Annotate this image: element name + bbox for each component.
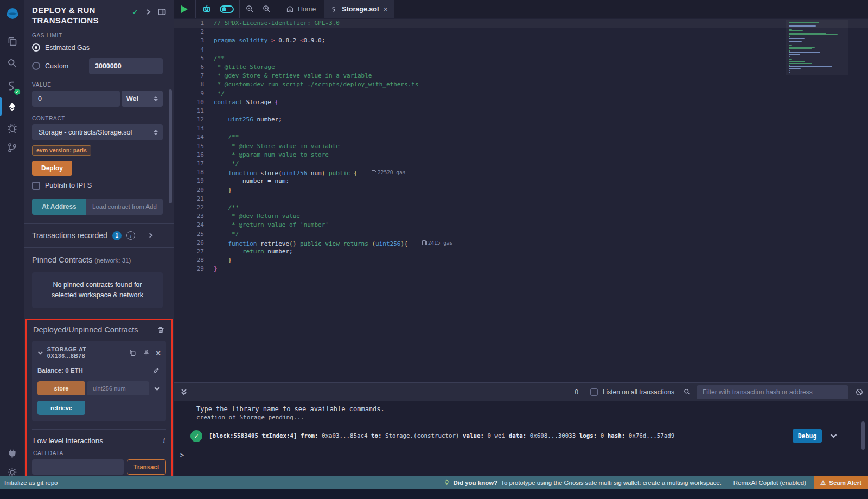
panel-expand-icon[interactable]	[145, 9, 151, 15]
remove-contract-icon[interactable]: ×	[156, 349, 161, 357]
contract-select-value: Storage - contracts/Storage.sol	[39, 129, 132, 136]
store-arg-input[interactable]	[87, 381, 149, 395]
terminal-search-icon[interactable]	[683, 388, 691, 396]
panel-layout-icon[interactable]	[158, 8, 166, 16]
editor-minimap[interactable]	[786, 20, 848, 76]
code-line[interactable]: 5/**	[174, 54, 868, 63]
code-line[interactable]: 7 * @dev Store & retrieve value in a var…	[174, 72, 868, 80]
code-line[interactable]: 2	[174, 28, 868, 36]
estimated-gas-radio[interactable]	[32, 43, 40, 52]
code-line[interactable]: 21	[174, 195, 868, 203]
at-address-button[interactable]: At Address	[32, 199, 86, 215]
code-line[interactable]: 17 */	[174, 159, 868, 168]
code-line[interactable]: 29}	[174, 265, 868, 273]
fuel-pump-icon	[372, 170, 375, 175]
code-line[interactable]: 11	[174, 107, 868, 116]
code-line[interactable]: 24 * @return value of 'number'	[174, 221, 868, 229]
line-number: 13	[174, 124, 204, 133]
tab-home[interactable]: Home	[277, 0, 324, 18]
plugin-manager-icon[interactable]	[0, 444, 24, 463]
terminal-output[interactable]: Type the library name to see available c…	[174, 401, 868, 476]
terminal-header: 0 Listen on all transactions	[174, 382, 868, 401]
transact-button[interactable]: Transact	[127, 459, 166, 475]
settings-gear-icon[interactable]	[0, 462, 24, 482]
code-line[interactable]: 14 /**	[174, 133, 868, 142]
deploy-run-icon[interactable]	[0, 97, 24, 116]
line-number: 19	[174, 177, 204, 185]
copilot-status[interactable]: RemixAI Copilot (enabled)	[733, 479, 806, 486]
code-line[interactable]: 1// SPDX-License-Identifier: GPL-3.0	[174, 19, 868, 28]
code-line[interactable]: 19 number = num;	[174, 177, 868, 185]
terminal-prompt[interactable]: >	[174, 443, 868, 459]
contract-select[interactable]: Storage - contracts/Storage.sol	[32, 124, 163, 140]
copy-address-icon[interactable]	[129, 349, 137, 357]
tx-expand-icon[interactable]	[829, 432, 838, 440]
tab-storage-sol[interactable]: Storage.sol ×	[324, 0, 394, 18]
value-input[interactable]	[32, 91, 120, 107]
code-line[interactable]: 16 * @param num value to store	[174, 151, 868, 159]
transactions-recorded-row[interactable]: Transactions recorded 1 i	[24, 224, 174, 247]
code-editor[interactable]: 1// SPDX-License-Identifier: GPL-3.023pr…	[174, 18, 868, 382]
code-line[interactable]: 4	[174, 46, 868, 54]
code-line[interactable]: 12 uint256 number;	[174, 116, 868, 124]
transaction-log-row[interactable]: ✓ [block:5583405 txIndex:4] from: 0xa03.…	[174, 429, 868, 443]
edit-balance-icon[interactable]	[152, 366, 161, 374]
tab-close-icon[interactable]: ×	[383, 5, 387, 14]
transactions-expand-icon[interactable]	[148, 232, 154, 239]
code-line[interactable]: 20 }	[174, 186, 868, 195]
solidity-compiler-icon[interactable]: ✓	[0, 76, 24, 95]
scam-alert-button[interactable]: ⚠ Scam Alert	[814, 476, 868, 489]
low-level-info-icon[interactable]: i	[163, 436, 165, 445]
code-line[interactable]: 8 * @custom:dev-run-script ./scripts/dep…	[174, 80, 868, 89]
code-line[interactable]: 6 * @title Storage	[174, 63, 868, 72]
panel-scrollbar[interactable]	[169, 89, 172, 203]
value-unit-select[interactable]: Wei	[122, 91, 163, 107]
terminal-scrollbar[interactable]	[861, 421, 865, 450]
transactions-info-icon[interactable]: i	[126, 231, 135, 240]
unit-spinner-icon	[154, 96, 158, 101]
code-line[interactable]: 3pragma solidity >=0.8.2 <0.9.0;	[174, 36, 868, 45]
run-script-play-icon[interactable]	[181, 5, 188, 13]
deploy-button[interactable]: Deploy	[32, 161, 72, 176]
code-line[interactable]: 23 * @dev Return value	[174, 212, 868, 221]
terminal-collapse-icon[interactable]	[180, 388, 188, 396]
code-line[interactable]: 28 }	[174, 256, 868, 265]
code-line[interactable]: 25 */	[174, 230, 868, 239]
code-line[interactable]: 9 */	[174, 89, 868, 98]
code-line[interactable]: 10contract Storage {	[174, 98, 868, 107]
code-line[interactable]: 27 return number;	[174, 247, 868, 256]
minimap-viewport[interactable]	[786, 20, 848, 75]
code-line[interactable]: 22 /**	[174, 203, 868, 212]
zoom-out-icon[interactable]	[245, 4, 254, 14]
store-expand-icon[interactable]	[154, 385, 161, 392]
publish-ipfs-checkbox[interactable]	[32, 182, 40, 190]
contract-collapse-icon[interactable]	[37, 350, 43, 356]
copilot-toggle[interactable]	[220, 5, 234, 13]
zoom-in-icon[interactable]	[262, 4, 271, 14]
line-number: 1	[174, 19, 204, 28]
calldata-input[interactable]	[32, 459, 124, 475]
remix-logo-icon[interactable]	[0, 4, 24, 25]
custom-gas-radio[interactable]	[32, 62, 40, 70]
remixai-robot-icon[interactable]	[201, 4, 212, 14]
listen-all-checkbox[interactable]	[590, 388, 598, 396]
git-icon[interactable]	[0, 138, 24, 157]
custom-gas-input[interactable]	[89, 58, 163, 74]
terminal-filter-input[interactable]	[697, 385, 848, 399]
clear-console-icon[interactable]	[855, 388, 864, 396]
file-explorer-icon[interactable]	[0, 31, 24, 51]
code-line[interactable]: 26 function retrieve() public view retur…	[174, 239, 868, 247]
trash-icon[interactable]	[157, 326, 165, 334]
code-line[interactable]: 13	[174, 124, 868, 133]
home-tab-label: Home	[298, 5, 316, 13]
retrieve-function-button[interactable]: retrieve	[37, 401, 85, 415]
search-icon[interactable]	[0, 53, 24, 73]
debug-button[interactable]: Debug	[793, 429, 822, 443]
code-line[interactable]: 15 * @dev Store value in variable	[174, 142, 868, 151]
line-number: 6	[174, 63, 204, 72]
debugger-icon[interactable]	[0, 118, 24, 138]
pin-contract-icon[interactable]	[142, 349, 150, 357]
code-line[interactable]: 18 function store(uint256 num) public {2…	[174, 168, 868, 177]
at-address-input[interactable]	[86, 199, 163, 215]
store-function-button[interactable]: store	[37, 381, 85, 395]
